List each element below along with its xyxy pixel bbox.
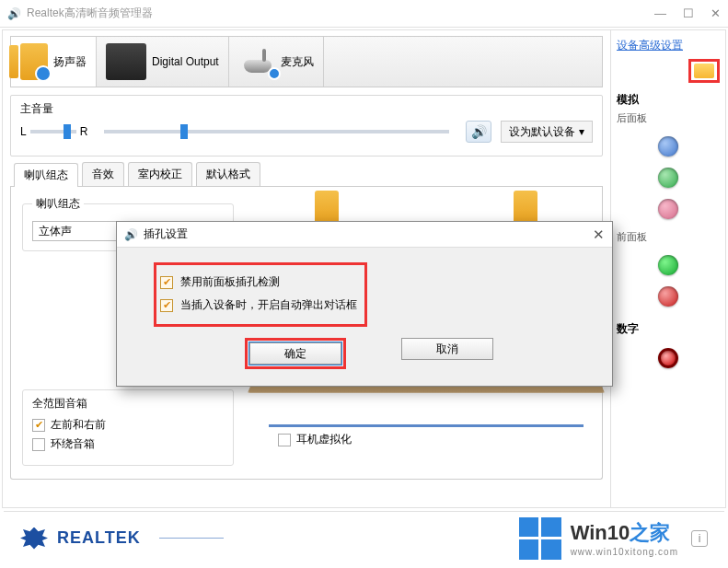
dialog-icon: 🔊 [124,228,138,241]
balance-r-label: R [80,125,88,138]
info-button[interactable]: i [691,530,708,547]
connector-sidebar: 设备高级设置 模拟 后面板 前面板 数字 [610,30,725,507]
balance-l-label: L [20,125,27,138]
full-range-front-label: 左前和右前 [51,417,106,433]
folder-icon [694,64,714,78]
dialog-titlebar: 🔊 插孔设置 ✕ [117,222,612,248]
digital-label: 数字 [617,321,720,337]
rear-panel-label: 后面板 [617,111,720,125]
front-panel-label: 前面板 [617,230,720,244]
tab-mic-label: 麦克风 [281,54,314,70]
win10-watermark: Win10之家 www.win10xitong.com [519,517,678,560]
tab-default-format[interactable]: 默认格式 [196,162,260,186]
win10-text-b: 之家 [630,521,670,544]
set-default-dropdown[interactable]: 设为默认设备 ▾ [501,121,593,143]
full-range-surround-row[interactable]: 环绕音箱 [32,436,224,452]
footer: REALTEK Win10之家 www.win10xitong.com i [4,511,724,564]
full-range-title: 全范围音箱 [32,396,224,412]
full-range-group: 全范围音箱 左前和右前 环绕音箱 [22,389,234,466]
close-button[interactable]: ✕ [711,6,721,20]
full-range-front-checkbox[interactable] [32,419,45,432]
auto-popup-label: 当插入设备时，开启自动弹出对话框 [180,297,357,313]
balance-slider[interactable]: L R [20,125,87,138]
tab-digital-label: Digital Output [152,55,219,68]
tab-room-correction[interactable]: 室内校正 [128,162,192,186]
speaker-left-icon[interactable] [315,191,339,224]
headphone-virtual-label: 耳机虚拟化 [296,432,352,447]
connector-settings-button[interactable] [688,59,720,83]
dialog-close-button[interactable]: ✕ [593,226,605,243]
tab-speaker[interactable]: 扬声器 [11,37,97,87]
config-tabs: 喇叭组态 音效 室内校正 默认格式 [10,162,603,187]
jack-front-green[interactable] [658,255,678,275]
crab-icon [20,527,48,550]
analog-label: 模拟 [617,92,720,108]
tab-speaker-config[interactable]: 喇叭组态 [14,163,78,187]
window-titlebar: 🔊 Realtek高清晰音频管理器 — ☐ ✕ [0,0,728,28]
speaker-right-icon[interactable] [514,191,537,224]
disable-front-detection-label: 禁用前面板插孔检测 [180,274,280,290]
tab-speaker-label: 扬声器 [53,54,87,70]
tab-microphone[interactable]: 麦克风 [229,37,324,87]
full-range-surround-label: 环绕音箱 [51,436,95,452]
jack-rear-green[interactable] [658,168,678,188]
speaker-icon [20,43,48,80]
speaker-config-legend: 喇叭组态 [32,196,84,212]
microphone-icon [238,43,275,80]
highlight-frame-options: 禁用前面板插孔检测 当插入设备时，开启自动弹出对话框 [154,262,367,327]
jack-rear-pink[interactable] [658,199,678,219]
maximize-button[interactable]: ☐ [683,6,694,20]
auto-popup-row[interactable]: 当插入设备时，开启自动弹出对话框 [160,297,357,313]
win10-text-a: Win10 [571,521,630,544]
tab-sound-effects[interactable]: 音效 [82,162,124,186]
full-range-surround-checkbox[interactable] [32,438,45,451]
highlight-frame-ok: 确定 [245,338,346,369]
auto-popup-checkbox[interactable] [160,299,173,312]
disable-front-detection-checkbox[interactable] [160,276,173,289]
cancel-button[interactable]: 取消 [401,338,493,360]
jack-front-red[interactable] [658,286,678,307]
realtek-brand-text: REALTEK [57,528,141,548]
advanced-settings-link[interactable]: 设备高级设置 [617,38,720,53]
dialog-title: 插孔设置 [144,226,188,242]
device-tabs: 扬声器 Digital Output 麦克风 [10,36,603,87]
app-icon: 🔊 [7,7,21,20]
volume-thumb[interactable] [180,124,188,139]
windows-logo-icon [519,517,561,560]
win10-url: www.win10xitong.com [571,547,678,557]
jack-rear-blue[interactable] [658,136,678,156]
mute-button[interactable]: 🔊 [466,121,491,143]
speaker-config-value: 立体声 [39,224,72,239]
amplifier-icon [106,43,146,80]
minimize-button[interactable]: — [654,6,666,20]
main-volume-section: 主音量 L R 🔊 设为默认设备 ▾ [10,95,603,156]
tab-digital-output[interactable]: Digital Output [97,37,229,87]
headphone-virtual-checkbox[interactable] [278,434,291,446]
balance-thumb[interactable] [64,124,71,139]
volume-slider[interactable] [104,130,449,133]
ok-button[interactable]: 确定 [249,342,341,365]
window-title: Realtek高清晰音频管理器 [27,6,153,21]
main-volume-label: 主音量 [20,101,593,117]
floor-line [269,424,584,427]
set-default-label: 设为默认设备 [509,124,575,140]
chevron-down-icon: ▾ [579,125,584,138]
realtek-logo: REALTEK [20,527,224,550]
disable-front-detection-row[interactable]: 禁用前面板插孔检测 [160,274,357,290]
full-range-front-row[interactable]: 左前和右前 [32,417,224,433]
jack-digital[interactable] [658,348,678,368]
jack-settings-dialog: 🔊 插孔设置 ✕ 禁用前面板插孔检测 当插入设备时，开启自动弹出对话框 确定 取… [116,221,613,387]
